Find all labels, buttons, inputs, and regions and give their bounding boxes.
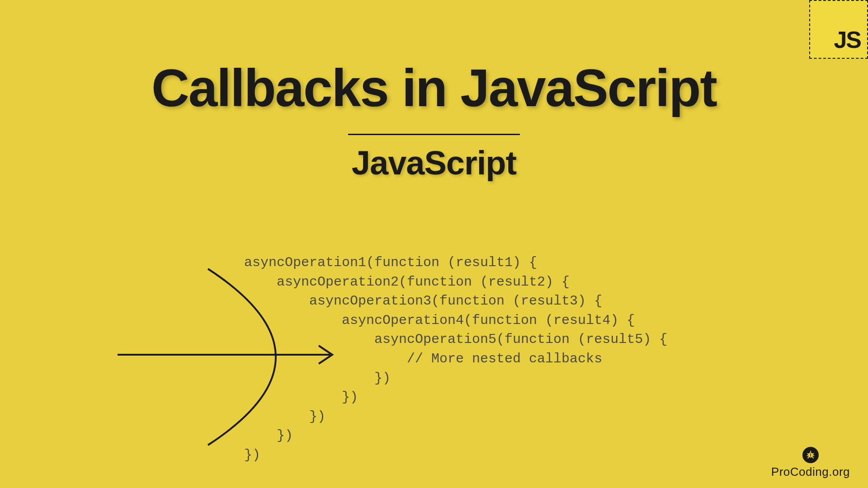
code-line: })	[244, 428, 293, 443]
js-badge-text: JS	[834, 26, 861, 53]
title-divider	[348, 134, 520, 135]
code-line: // More nested callbacks	[244, 351, 602, 366]
code-line: })	[244, 409, 326, 424]
svg-line-7	[808, 457, 809, 459]
code-line: asyncOperation1(function (result1) {	[244, 255, 537, 270]
code-line: })	[244, 447, 260, 463]
svg-line-4	[813, 453, 814, 454]
code-line: })	[244, 389, 358, 405]
svg-line-8	[812, 457, 814, 459]
code-line: })	[244, 371, 391, 386]
bug-icon	[802, 447, 819, 463]
js-badge: JS	[809, 0, 868, 59]
code-line: asyncOperation3(function (result3) {	[244, 293, 602, 309]
code-line: asyncOperation2(function (result2) {	[244, 274, 570, 290]
brand-text: ProCoding.org	[771, 465, 850, 479]
svg-line-6	[813, 455, 814, 456]
subtitle: JavaScript	[352, 144, 516, 182]
code-block: asyncOperation1(function (result1) { asy…	[244, 253, 667, 465]
svg-line-5	[807, 455, 808, 456]
svg-line-3	[807, 453, 809, 454]
code-line: asyncOperation4(function (result4) {	[244, 313, 635, 328]
main-title: Callbacks in JavaScript	[151, 58, 717, 118]
brand-footer: ProCoding.org	[771, 447, 850, 479]
code-line: asyncOperation5(function (result5) {	[244, 332, 667, 347]
